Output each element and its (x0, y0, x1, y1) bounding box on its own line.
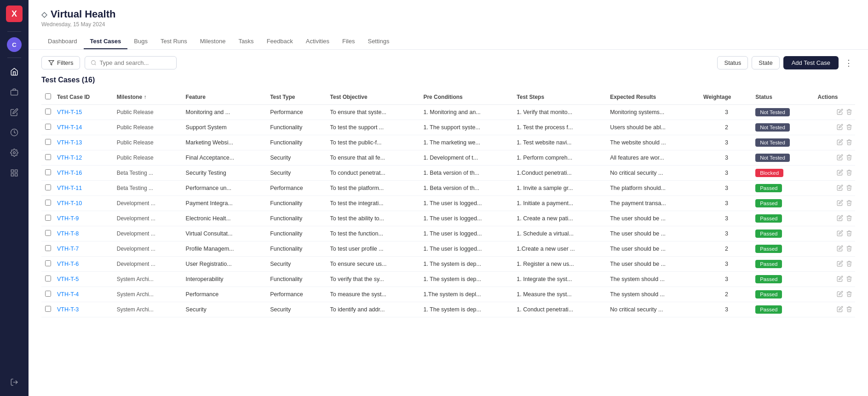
status-badge[interactable]: Passed (755, 290, 782, 298)
delete-icon[interactable] (846, 230, 852, 238)
delete-icon[interactable] (846, 169, 852, 177)
sidebar-item-home[interactable] (6, 63, 23, 80)
delete-icon[interactable] (846, 260, 852, 268)
delete-icon[interactable] (846, 291, 852, 298)
cell-feature: Virtual Consultat... (183, 226, 268, 241)
tab-milestone[interactable]: Milestone (194, 34, 232, 49)
row-checkbox[interactable] (45, 275, 51, 281)
status-badge[interactable]: Passed (755, 245, 782, 253)
row-checkbox[interactable] (45, 124, 51, 130)
status-badge[interactable]: Blocked (755, 169, 783, 177)
cell-actions (815, 120, 855, 135)
cell-test-case-id: VTH-T-11 (54, 181, 114, 196)
status-badge[interactable]: Not Tested (755, 138, 790, 147)
row-checkbox[interactable] (45, 109, 51, 115)
table-section: Test Cases (16) Test Case ID Milestone ↑… (29, 76, 868, 396)
tab-settings[interactable]: Settings (361, 34, 396, 49)
cell-test-type: Functionality (267, 135, 327, 150)
row-checkbox[interactable] (45, 260, 51, 266)
tab-test-cases[interactable]: Test Cases (84, 34, 128, 49)
status-badge[interactable]: Not Tested (755, 108, 790, 116)
state-button[interactable]: State (752, 56, 779, 69)
edit-icon[interactable] (837, 184, 843, 192)
row-checkbox[interactable] (45, 215, 51, 221)
delete-icon[interactable] (846, 109, 852, 116)
delete-icon[interactable] (846, 154, 852, 162)
tab-activities[interactable]: Activities (299, 34, 336, 49)
row-checkbox[interactable] (45, 291, 51, 297)
edit-icon[interactable] (837, 109, 843, 116)
status-badge[interactable]: Passed (755, 230, 782, 238)
status-badge[interactable]: Passed (755, 184, 782, 192)
delete-icon[interactable] (846, 139, 852, 147)
edit-icon[interactable] (837, 124, 843, 132)
more-options-button[interactable]: ⋮ (842, 57, 855, 69)
cell-pre-conditions: 1. The system is dep... (420, 302, 514, 317)
edit-icon[interactable] (837, 200, 843, 207)
edit-icon[interactable] (837, 139, 843, 147)
row-checkbox[interactable] (45, 139, 51, 145)
status-badge[interactable]: Passed (755, 260, 782, 268)
edit-icon[interactable] (837, 275, 843, 283)
edit-icon[interactable] (837, 260, 843, 268)
status-badge[interactable]: Not Tested (755, 123, 790, 132)
sidebar-item-edit[interactable] (6, 104, 23, 121)
status-badge[interactable]: Passed (755, 275, 782, 283)
sidebar-item-projects[interactable] (6, 84, 23, 100)
delete-icon[interactable] (846, 184, 852, 192)
status-badge[interactable]: Passed (755, 305, 782, 314)
sidebar-item-settings[interactable] (6, 144, 23, 161)
search-box (85, 56, 177, 69)
status-button[interactable]: Status (717, 56, 748, 69)
delete-icon[interactable] (846, 306, 852, 314)
edit-icon[interactable] (837, 245, 843, 253)
cell-test-type: Performance (267, 181, 327, 196)
avatar[interactable]: C (7, 37, 22, 52)
row-checkbox[interactable] (45, 245, 51, 251)
cell-pre-conditions: 1. The user is logged... (420, 226, 514, 241)
delete-icon[interactable] (846, 245, 852, 253)
edit-icon[interactable] (837, 230, 843, 238)
edit-icon[interactable] (837, 306, 843, 314)
toolbar: Filters Status State Add Test Case ⋮ (29, 50, 868, 76)
cell-milestone: Beta Testing ... (114, 166, 183, 181)
row-checkbox[interactable] (45, 200, 51, 206)
sidebar-item-logout[interactable] (6, 374, 23, 390)
row-checkbox-cell (41, 241, 54, 257)
edit-icon[interactable] (837, 154, 843, 162)
delete-icon[interactable] (846, 200, 852, 207)
row-checkbox[interactable] (45, 154, 51, 160)
app-logo[interactable]: X (6, 6, 23, 22)
row-checkbox[interactable] (45, 184, 51, 190)
delete-icon[interactable] (846, 215, 852, 223)
row-checkbox[interactable] (45, 230, 51, 236)
cell-pre-conditions: 1. The user is logged... (420, 211, 514, 226)
sidebar-item-clock[interactable] (6, 124, 23, 141)
cell-test-type: Security (267, 257, 327, 272)
add-test-case-button[interactable]: Add Test Case (783, 56, 839, 69)
tab-tasks[interactable]: Tasks (232, 34, 260, 49)
tab-files[interactable]: Files (336, 34, 361, 49)
delete-icon[interactable] (846, 275, 852, 283)
delete-icon[interactable] (846, 124, 852, 132)
row-checkbox-cell (41, 287, 54, 302)
select-all-checkbox[interactable] (45, 93, 51, 99)
status-badge[interactable]: Passed (755, 199, 782, 207)
table-row: VTH-T-7 Development ... Profile Managem.… (41, 241, 855, 257)
edit-icon[interactable] (837, 215, 843, 223)
edit-icon[interactable] (837, 169, 843, 177)
sidebar-item-grid[interactable] (6, 165, 23, 181)
row-checkbox[interactable] (45, 306, 51, 312)
status-badge[interactable]: Not Tested (755, 154, 790, 162)
status-badge[interactable]: Passed (755, 214, 782, 223)
search-input[interactable] (99, 59, 168, 66)
tab-bugs[interactable]: Bugs (127, 34, 154, 49)
tab-feedback[interactable]: Feedback (260, 34, 299, 49)
filter-button[interactable]: Filters (41, 56, 80, 69)
row-checkbox[interactable] (45, 169, 51, 175)
edit-icon[interactable] (837, 291, 843, 298)
tab-test-runs[interactable]: Test Runs (154, 34, 194, 49)
row-checkbox-cell (41, 302, 54, 317)
tab-dashboard[interactable]: Dashboard (41, 34, 84, 49)
cell-test-steps: 1. Test website navi... (514, 135, 607, 150)
